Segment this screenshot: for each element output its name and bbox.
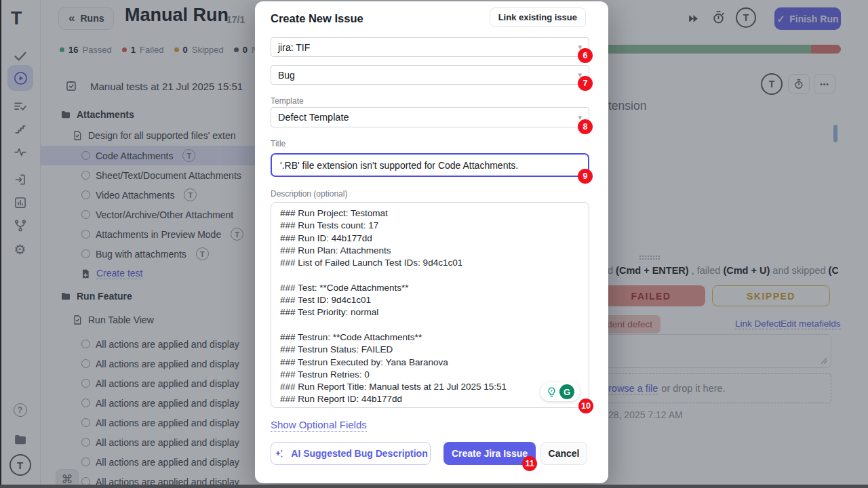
issue-description-textarea[interactable]: ### Run Project: Testomat ### Run Tests … (271, 202, 589, 408)
modal-title: Create New Issue (271, 12, 363, 25)
project-select[interactable]: jira: TIF ▾ (271, 37, 589, 57)
create-issue-modal: Create New Issue Link existing issue jir… (255, 1, 608, 483)
issue-title-input[interactable] (271, 153, 589, 177)
step-badge-11: 11 (522, 456, 537, 471)
title-label: Title (271, 139, 285, 148)
template-select[interactable]: Defect Template ▾ (271, 107, 589, 127)
grammarly-icon: G (559, 384, 574, 399)
window-edge-left (0, 0, 1, 488)
link-existing-issue-button[interactable]: Link existing issue (490, 7, 586, 27)
step-badge-9: 9 (578, 169, 593, 184)
window-edge-bottom (0, 485, 868, 488)
ai-suggested-description-button[interactable]: AI Suggested Bug Description (271, 442, 431, 465)
description-label: Description (optional) (271, 189, 347, 199)
cancel-button[interactable]: Cancel (540, 442, 587, 465)
template-label: Template (271, 96, 304, 106)
show-optional-fields-link[interactable]: Show Optional Fields (271, 419, 367, 432)
step-badge-8: 8 (578, 119, 593, 134)
step-badge-7: 7 (578, 76, 593, 91)
issue-type-select[interactable]: Bug ▾ (271, 65, 589, 85)
step-badge-6: 6 (578, 48, 593, 63)
sparkles-icon (273, 448, 285, 460)
suggestion-bulb-icon (546, 386, 557, 398)
grammarly-widget[interactable]: G (540, 382, 580, 401)
step-badge-10: 10 (578, 399, 593, 413)
